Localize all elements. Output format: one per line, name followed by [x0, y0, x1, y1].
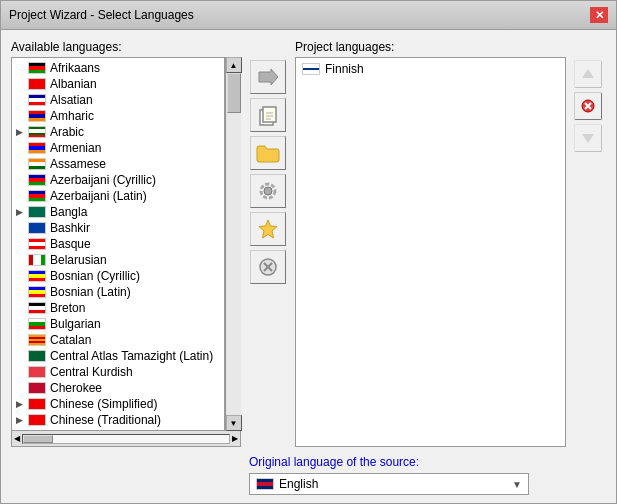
remove-middle-button[interactable]	[250, 250, 286, 284]
delete-language-button[interactable]	[574, 92, 602, 120]
folder-button[interactable]	[250, 136, 286, 170]
list-item[interactable]: Assamese	[12, 156, 224, 172]
list-item[interactable]: Breton	[12, 300, 224, 316]
close-button[interactable]: ✕	[590, 7, 608, 23]
list-item[interactable]: Albanian	[12, 76, 224, 92]
list-item[interactable]: Belarusian	[12, 252, 224, 268]
svg-marker-16	[582, 134, 594, 143]
flag-icon	[28, 270, 46, 282]
list-item[interactable]: Bulgarian	[12, 316, 224, 332]
move-down-button[interactable]	[574, 124, 602, 152]
h-scroll-thumb	[23, 435, 53, 443]
scroll-down-arrow[interactable]: ▼	[226, 415, 242, 431]
flag-icon	[28, 222, 46, 234]
scroll-right-arrow[interactable]: ▶	[232, 434, 238, 443]
list-item[interactable]: Amharic	[12, 108, 224, 124]
content-area: Available languages: Afrikaans	[1, 30, 616, 504]
list-item[interactable]: Central Kurdish	[12, 364, 224, 380]
list-item[interactable]: Bosnian (Cyrillic)	[12, 268, 224, 284]
language-name: Central Atlas Tamazight (Latin)	[50, 349, 213, 363]
copy-button[interactable]	[250, 98, 286, 132]
scroll-up-arrow[interactable]: ▲	[226, 57, 242, 73]
list-item[interactable]: Bosnian (Latin)	[12, 284, 224, 300]
project-language-name: Finnish	[325, 62, 364, 76]
language-name: Central Kurdish	[50, 365, 133, 379]
list-item[interactable]: Azerbaijani (Latin)	[12, 188, 224, 204]
move-up-icon	[581, 67, 595, 81]
folder-icon	[256, 143, 280, 163]
list-item[interactable]: Armenian	[12, 140, 224, 156]
flag-icon	[28, 190, 46, 202]
project-language-item[interactable]: Finnish	[298, 60, 563, 78]
expand-arrow: ▶	[16, 415, 28, 425]
right-side-buttons	[570, 40, 606, 447]
expand-arrow: ▶	[16, 207, 28, 217]
flag-icon	[28, 110, 46, 122]
english-flag-icon	[256, 478, 274, 490]
flag-icon	[28, 142, 46, 154]
language-name: Amharic	[50, 109, 94, 123]
star-button[interactable]	[250, 212, 286, 246]
source-language-label: Original language of the source:	[249, 455, 606, 469]
scroll-thumb[interactable]	[227, 73, 241, 113]
list-item[interactable]: ▶ Chinese (Simplified)	[12, 396, 224, 412]
finnish-flag-icon	[302, 63, 320, 75]
list-item[interactable]: Catalan	[12, 332, 224, 348]
flag-icon	[28, 158, 46, 170]
flag-icon	[28, 382, 46, 394]
source-language-value: English	[279, 477, 318, 491]
language-name: Bangla	[50, 205, 87, 219]
language-name: Chinese (Traditional)	[50, 413, 161, 427]
language-name: Azerbaijani (Cyrillic)	[50, 173, 156, 187]
list-item[interactable]: Azerbaijani (Cyrillic)	[12, 172, 224, 188]
language-name: Cherokee	[50, 381, 102, 395]
left-panel: Available languages: Afrikaans	[11, 40, 241, 447]
settings-button[interactable]	[250, 174, 286, 208]
list-item[interactable]: Cherokee	[12, 380, 224, 396]
flag-icon	[28, 318, 46, 330]
available-languages-list[interactable]: Afrikaans Albanian	[11, 57, 225, 431]
language-name: Afrikaans	[50, 61, 100, 75]
move-up-button[interactable]	[574, 60, 602, 88]
arrow-right-icon	[257, 68, 279, 86]
language-name: Armenian	[50, 141, 101, 155]
language-name: Alsatian	[50, 93, 93, 107]
flag-icon	[28, 398, 46, 410]
language-name: Albanian	[50, 77, 97, 91]
list-item[interactable]: ▶ Bangla	[12, 204, 224, 220]
language-name: Bosnian (Latin)	[50, 285, 131, 299]
list-item[interactable]: ▶ Chinese (Traditional)	[12, 412, 224, 428]
list-item[interactable]: Alsatian	[12, 92, 224, 108]
source-language-select[interactable]: English ▼	[249, 473, 529, 495]
h-scroll-track[interactable]	[22, 434, 230, 444]
source-language-section: Original language of the source: English…	[249, 455, 606, 504]
vertical-scrollbar[interactable]: ▲ ▼	[225, 57, 241, 431]
language-name: Belarusian	[50, 253, 107, 267]
list-container[interactable]: Afrikaans Albanian	[11, 57, 225, 431]
star-icon	[257, 218, 279, 240]
horizontal-scrollbar[interactable]: ◀ ▶	[11, 431, 241, 447]
flag-icon	[28, 94, 46, 106]
list-item[interactable]: Central Atlas Tamazight (Latin)	[12, 348, 224, 364]
language-name: Bashkir	[50, 221, 90, 235]
flag-icon	[28, 350, 46, 362]
svg-point-6	[264, 187, 272, 195]
main-window: Project Wizard - Select Languages ✕ Avai…	[0, 0, 617, 504]
list-item[interactable]: ▶ Arabic	[12, 124, 224, 140]
project-languages-list[interactable]: Finnish	[295, 57, 566, 447]
scroll-left-arrow[interactable]: ◀	[14, 434, 20, 443]
flag-icon	[28, 254, 46, 266]
move-down-icon	[581, 131, 595, 145]
language-name: Assamese	[50, 157, 106, 171]
list-item[interactable]: Basque	[12, 236, 224, 252]
add-language-button[interactable]	[250, 60, 286, 94]
scroll-track[interactable]	[227, 73, 241, 415]
copy-icon	[257, 104, 279, 126]
list-item[interactable]: Afrikaans	[12, 60, 224, 76]
flag-icon	[28, 78, 46, 90]
expand-arrow: ▶	[16, 127, 28, 137]
available-languages-label: Available languages:	[11, 40, 241, 54]
flag-icon	[28, 334, 46, 346]
right-panel: Project languages: Finnish	[295, 40, 566, 447]
list-item[interactable]: Bashkir	[12, 220, 224, 236]
